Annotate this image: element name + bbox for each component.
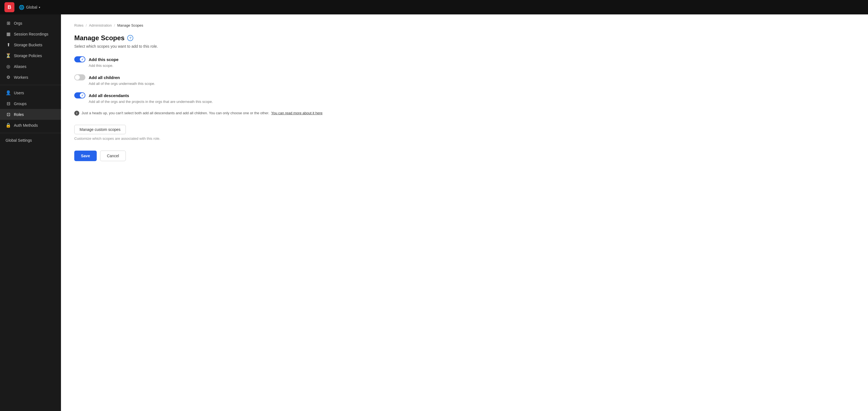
- toggle-label-add-all-children: Add all children: [89, 75, 120, 80]
- page-title: Manage Scopes: [74, 34, 124, 42]
- orgs-icon: ⊞: [5, 21, 11, 26]
- logo: B: [4, 2, 14, 12]
- breadcrumb: Roles / Administration / Manage Scopes: [74, 23, 855, 27]
- main-content: Roles / Administration / Manage Scopes M…: [61, 14, 868, 411]
- toggle-label-add-all-descendants: Add all descendants: [89, 93, 129, 98]
- toggle-check-icon: ✓: [81, 94, 84, 97]
- cancel-button[interactable]: Cancel: [100, 151, 126, 161]
- sidebar-item-label: Session Recordings: [14, 32, 49, 36]
- toggle-desc-add-all-descendants: Add all of the orgs and the projects in …: [89, 99, 855, 104]
- manage-custom-scopes-button[interactable]: Manage custom scopes: [74, 125, 126, 134]
- sidebar-item-label: Roles: [14, 112, 24, 117]
- info-icon: i: [74, 111, 79, 116]
- workers-icon: ⚙: [5, 75, 11, 80]
- info-notice-link[interactable]: You can read more about it here: [271, 111, 322, 115]
- global-selector[interactable]: 🌐 Global ▾: [19, 5, 40, 10]
- storage-policies-icon: ⏳: [5, 53, 11, 58]
- toggle-row-add-this-scope: ✓ Add this scope Add this scope.: [74, 56, 855, 68]
- toggle-row-add-all-descendants: ✓ Add all descendants Add all of the org…: [74, 92, 855, 104]
- breadcrumb-current: Manage Scopes: [117, 23, 143, 27]
- sidebar-item-groups[interactable]: ⊟ Groups: [0, 98, 61, 109]
- toggle-label-row: ✓ Add this scope: [74, 56, 855, 62]
- action-row: Save Cancel: [74, 151, 855, 161]
- toggle-add-all-children[interactable]: [74, 74, 85, 81]
- sidebar-item-orgs[interactable]: ⊞ Orgs: [0, 18, 61, 29]
- sidebar-item-label: Groups: [14, 101, 27, 106]
- save-button[interactable]: Save: [74, 151, 97, 161]
- sidebar-item-storage-policies[interactable]: ⏳ Storage Policies: [0, 50, 61, 61]
- sidebar-item-label: Orgs: [14, 21, 22, 26]
- sidebar-item-label: Auth Methods: [14, 123, 38, 127]
- app-body: ⊞ Orgs ▦ Session Recordings ⬆ Storage Bu…: [0, 14, 868, 411]
- toggle-desc-add-this-scope: Add this scope.: [89, 63, 855, 68]
- sidebar-item-label: Storage Buckets: [14, 43, 42, 47]
- users-icon: 👤: [5, 90, 11, 95]
- info-notice: i Just a heads up, you can't select both…: [74, 110, 855, 116]
- sidebar-item-users[interactable]: 👤 Users: [0, 87, 61, 98]
- sidebar-item-aliases[interactable]: ◎ Aliases: [0, 61, 61, 72]
- help-icon[interactable]: ?: [127, 35, 133, 41]
- globe-icon: 🌐: [19, 5, 24, 10]
- breadcrumb-roles[interactable]: Roles: [74, 23, 84, 27]
- global-label: Global: [26, 5, 37, 9]
- toggle-label-add-this-scope: Add this scope: [89, 57, 119, 62]
- sidebar-item-label: Aliases: [14, 64, 26, 69]
- sidebar-item-global-settings[interactable]: Global Settings: [0, 135, 61, 145]
- aliases-icon: ◎: [5, 64, 11, 69]
- sidebar-divider-2: [0, 133, 61, 133]
- sidebar-item-storage-buckets[interactable]: ⬆ Storage Buckets: [0, 39, 61, 50]
- session-recordings-icon: ▦: [5, 31, 11, 37]
- sidebar-item-workers[interactable]: ⚙ Workers: [0, 72, 61, 83]
- toggle-desc-add-all-children: Add all of the orgs underneath this scop…: [89, 82, 855, 86]
- breadcrumb-sep-2: /: [114, 23, 115, 27]
- auth-methods-icon: 🔒: [5, 123, 11, 128]
- toggle-add-this-scope[interactable]: ✓: [74, 56, 85, 62]
- breadcrumb-sep-1: /: [86, 23, 87, 27]
- sidebar-item-label: Storage Policies: [14, 54, 42, 58]
- sidebar-divider-1: [0, 85, 61, 85]
- sidebar-item-auth-methods[interactable]: 🔒 Auth Methods: [0, 120, 61, 130]
- toggle-label-row: Add all children: [74, 74, 855, 81]
- breadcrumb-administration[interactable]: Administration: [89, 23, 112, 27]
- custom-scopes-description: Customize which scopes are associated wi…: [74, 137, 855, 141]
- page-title-row: Manage Scopes ?: [74, 34, 855, 42]
- info-notice-text: Just a heads up, you can't select both a…: [82, 110, 322, 116]
- page-subtitle: Select which scopes you want to add to t…: [74, 44, 855, 49]
- sidebar-item-session-recordings[interactable]: ▦ Session Recordings: [0, 29, 61, 39]
- topbar: B 🌐 Global ▾: [0, 0, 868, 14]
- sidebar: ⊞ Orgs ▦ Session Recordings ⬆ Storage Bu…: [0, 14, 61, 411]
- chevron-down-icon: ▾: [39, 6, 40, 9]
- storage-buckets-icon: ⬆: [5, 42, 11, 48]
- sidebar-item-roles[interactable]: ⊡ Roles: [0, 109, 61, 120]
- roles-icon: ⊡: [5, 112, 11, 117]
- manage-custom-scopes-section: Manage custom scopes Customize which sco…: [74, 125, 855, 141]
- groups-icon: ⊟: [5, 101, 11, 106]
- sidebar-item-label: Workers: [14, 75, 28, 80]
- toggle-row-add-all-children: Add all children Add all of the orgs und…: [74, 74, 855, 86]
- toggle-label-row: ✓ Add all descendants: [74, 92, 855, 98]
- sidebar-item-label: Global Settings: [5, 138, 32, 143]
- toggle-add-all-descendants[interactable]: ✓: [74, 92, 85, 98]
- toggle-check-icon: ✓: [81, 58, 84, 61]
- sidebar-item-label: Users: [14, 91, 24, 95]
